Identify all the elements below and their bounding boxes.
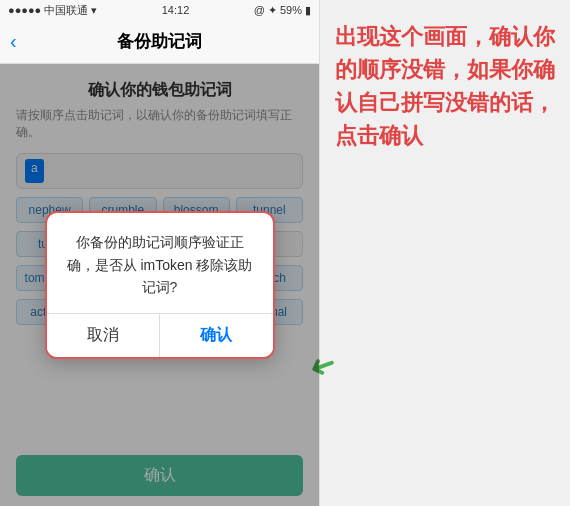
- dialog-overlay: 你备份的助记词顺序验证正确，是否从 imToken 移除该助记词? 取消 确认: [0, 64, 319, 506]
- nav-title: 备份助记词: [117, 30, 202, 53]
- battery-icon: ▮: [305, 4, 311, 17]
- signal-dots: ●●●●●: [8, 4, 41, 16]
- back-button[interactable]: ‹: [10, 30, 17, 53]
- dialog-box: 你备份的助记词顺序验证正确，是否从 imToken 移除该助记词? 取消 确认: [45, 211, 275, 358]
- dialog-message: 你备份的助记词顺序验证正确，是否从 imToken 移除该助记词?: [67, 234, 253, 295]
- dialog-confirm-button[interactable]: 确认: [160, 314, 273, 357]
- status-right: @ ✦ 59% ▮: [254, 4, 311, 17]
- wifi-icon: ▾: [91, 4, 97, 17]
- carrier-label: 中国联通: [44, 3, 88, 18]
- status-left: ●●●●● 中国联通 ▾: [8, 3, 97, 18]
- battery-percent: 59%: [280, 4, 302, 16]
- phone-frame: ●●●●● 中国联通 ▾ 14:12 @ ✦ 59% ▮ ‹ 备份助记词 确认你…: [0, 0, 320, 506]
- nav-bar: ‹ 备份助记词: [0, 20, 319, 64]
- dialog-cancel-button[interactable]: 取消: [47, 314, 161, 357]
- time-display: 14:12: [162, 4, 190, 16]
- annotation-panel: 出现这个画面，确认你的顺序没错，如果你确认自己拼写没错的话，点击确认 ➜: [320, 0, 570, 506]
- annotation-text: 出现这个画面，确认你的顺序没错，如果你确认自己拼写没错的话，点击确认: [335, 20, 560, 152]
- main-content: 确认你的钱包助记词 请按顺序点击助记词，以确认你的备份助记词填写正确。 a ne…: [0, 64, 319, 506]
- status-bar: ●●●●● 中国联通 ▾ 14:12 @ ✦ 59% ▮: [0, 0, 319, 20]
- status-icons: @ ✦: [254, 4, 277, 17]
- dialog-body: 你备份的助记词顺序验证正确，是否从 imToken 移除该助记词?: [47, 213, 273, 312]
- dialog-actions: 取消 确认: [47, 313, 273, 357]
